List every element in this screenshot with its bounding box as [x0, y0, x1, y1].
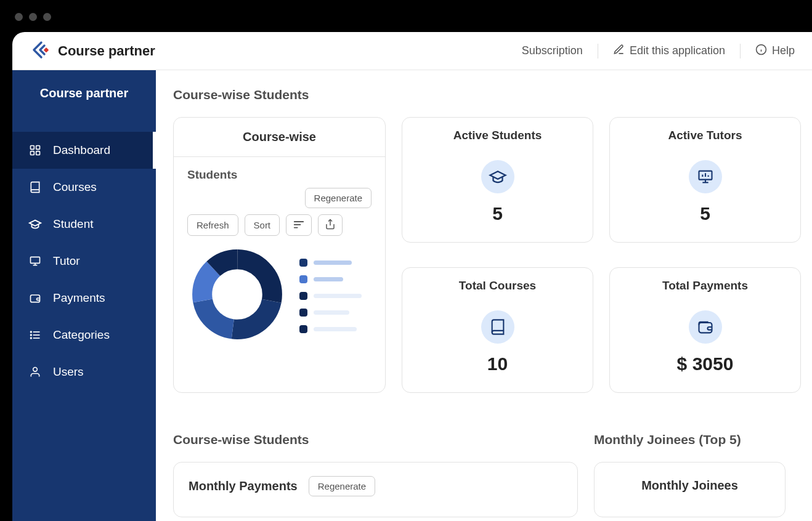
total-payments-value: $ 3050	[677, 353, 734, 374]
svg-point-15	[31, 331, 32, 333]
sidebar-item-tutor[interactable]: Tutor	[12, 243, 156, 280]
export-icon	[325, 219, 336, 232]
brand: Course partner	[30, 39, 155, 63]
svg-point-18	[33, 368, 38, 372]
sidebar-item-student[interactable]: Student	[12, 206, 156, 243]
window-dot	[29, 13, 37, 21]
total-payments-card: Total Payments $ 3050	[609, 267, 801, 393]
active-tutors-value: 5	[700, 203, 710, 224]
separator	[598, 44, 598, 59]
sidebar-item-categories[interactable]: Categories	[12, 317, 156, 353]
sidebar-item-label: Dashboard	[53, 143, 110, 157]
legend-label-placeholder	[314, 294, 362, 298]
total-courses-card: Total Courses 10	[402, 267, 593, 393]
legend-swatch	[299, 309, 307, 317]
payments-icon	[28, 291, 42, 305]
brand-name: Course partner	[58, 43, 155, 59]
total-courses-value: 10	[487, 353, 508, 374]
active-students-title: Active Students	[402, 118, 593, 142]
sidebar-item-label: Courses	[53, 180, 97, 194]
legend-item	[299, 292, 362, 300]
brand-logo-icon	[30, 39, 51, 63]
edit-icon	[613, 44, 625, 59]
svg-point-16	[31, 334, 32, 336]
course-wise-chart-card: Course-wise Students Regenerate Refresh …	[173, 117, 386, 393]
active-students-value: 5	[492, 203, 503, 224]
legend-label-placeholder	[314, 277, 343, 281]
regenerate-button[interactable]: Regenerate	[305, 188, 371, 208]
monthly-payments-title: Monthly Payments	[189, 479, 298, 493]
window-dot	[43, 13, 51, 21]
sidebar-item-dashboard[interactable]: Dashboard	[12, 132, 156, 169]
svg-rect-8	[31, 257, 40, 263]
courses-icon	[28, 180, 42, 194]
subscription-label: Subscription	[522, 44, 583, 57]
window-titlebar	[0, 5, 812, 28]
section-title-2: Course-wise Students	[173, 432, 578, 447]
info-icon	[755, 44, 767, 59]
svg-rect-6	[31, 151, 35, 155]
export-button[interactable]	[318, 214, 343, 236]
sidebar-item-label: Payments	[53, 291, 105, 305]
active-tutors-card: Active Tutors 5	[609, 117, 801, 243]
active-tutors-title: Active Tutors	[610, 118, 800, 142]
sidebar-title: Course partner	[12, 70, 156, 116]
chart-sub-label: Students	[187, 168, 371, 182]
legend-item	[299, 275, 362, 283]
graduation-cap-icon	[481, 160, 514, 193]
help-link[interactable]: Help	[755, 44, 795, 59]
chart-card-title: Course-wise	[174, 118, 385, 157]
monthly-joinees-title: Monthly Joinees	[595, 462, 785, 509]
legend-label-placeholder	[314, 310, 349, 315]
separator	[740, 44, 741, 59]
tutor-icon	[28, 254, 42, 268]
dashboard-icon	[28, 143, 42, 157]
total-payments-title: Total Payments	[610, 268, 800, 293]
sort-button[interactable]: Sort	[245, 214, 280, 236]
monthly-joinees-card: Monthly Joinees	[594, 462, 786, 517]
sidebar-item-label: Categories	[53, 328, 110, 342]
legend-item	[299, 309, 362, 317]
sidebar-item-label: Tutor	[53, 254, 80, 268]
section-title-3: Monthly Joinees (Top 5)	[594, 432, 786, 447]
legend-swatch	[299, 259, 307, 267]
edit-label: Edit this application	[630, 44, 725, 57]
users-icon	[28, 365, 42, 379]
filter-lines-icon	[293, 219, 305, 231]
sidebar-item-label: Student	[53, 217, 94, 231]
refresh-button[interactable]: Refresh	[187, 214, 238, 236]
monthly-payments-card: Monthly Payments Regenerate	[173, 462, 578, 517]
total-courses-title: Total Courses	[402, 268, 593, 293]
sidebar-item-payments[interactable]: Payments	[12, 280, 156, 317]
svg-rect-5	[36, 146, 40, 150]
section-title-1: Course-wise Students	[173, 87, 812, 102]
filter-lines-button[interactable]	[286, 214, 312, 236]
legend-swatch	[299, 275, 307, 283]
legend-swatch	[299, 325, 307, 333]
sidebar-item-label: Users	[53, 365, 84, 379]
wallet-icon	[689, 310, 722, 344]
subscription-link[interactable]: Subscription	[522, 44, 583, 57]
sidebar: Course partner DashboardCoursesStudentTu…	[12, 70, 156, 521]
active-students-card: Active Students 5	[402, 117, 593, 243]
book-icon	[481, 310, 514, 344]
app-header: Course partner Subscription Edit this ap…	[12, 32, 812, 70]
legend-item	[299, 259, 362, 267]
presentation-icon	[689, 160, 722, 193]
student-icon	[28, 217, 42, 231]
legend-swatch	[299, 292, 307, 300]
main-content: Course-wise Students Course-wise Student…	[156, 70, 812, 521]
window-dot	[15, 13, 23, 21]
regenerate-button-2[interactable]: Regenerate	[309, 476, 375, 496]
legend-item	[299, 325, 362, 333]
edit-app-link[interactable]: Edit this application	[613, 44, 725, 59]
legend-label-placeholder	[314, 327, 357, 331]
chart-legend	[299, 259, 362, 333]
svg-rect-0	[44, 47, 49, 52]
sidebar-item-courses[interactable]: Courses	[12, 169, 156, 206]
help-label: Help	[772, 44, 795, 57]
donut-chart	[191, 248, 283, 343]
sidebar-item-users[interactable]: Users	[12, 353, 156, 390]
svg-point-17	[31, 337, 32, 339]
svg-rect-4	[31, 146, 35, 150]
